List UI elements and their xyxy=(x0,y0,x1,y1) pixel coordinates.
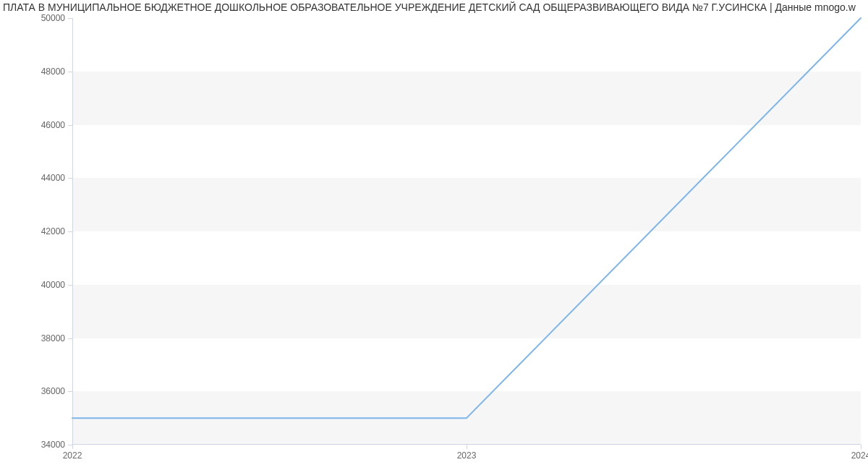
y-tick xyxy=(68,18,72,19)
plot-area: 3400036000380004000042000440004600048000… xyxy=(72,18,861,445)
x-tick xyxy=(861,445,861,449)
series-layer xyxy=(72,18,861,445)
x-tick xyxy=(72,445,73,449)
y-tick-label: 40000 xyxy=(41,280,65,290)
y-tick xyxy=(68,338,72,339)
y-tick-label: 36000 xyxy=(41,386,65,396)
x-tick-label: 2024 xyxy=(851,450,868,461)
line-chart: ПЛАТА В МУНИЦИПАЛЬНОЕ БЮДЖЕТНОЕ ДОШКОЛЬН… xyxy=(0,0,868,470)
y-tick xyxy=(68,125,72,126)
y-tick-label: 42000 xyxy=(41,226,65,236)
y-tick-label: 50000 xyxy=(41,13,65,23)
x-tick-label: 2022 xyxy=(63,450,82,461)
x-tick-label: 2023 xyxy=(457,450,477,461)
y-tick xyxy=(68,72,72,72)
y-tick-label: 34000 xyxy=(41,440,65,450)
y-tick-label: 48000 xyxy=(41,67,65,77)
y-tick-label: 44000 xyxy=(41,173,65,183)
y-tick-label: 38000 xyxy=(41,333,65,343)
y-tick-label: 46000 xyxy=(41,120,65,130)
y-tick xyxy=(68,178,72,179)
x-tick xyxy=(467,445,467,449)
y-tick xyxy=(68,231,72,232)
chart-title: ПЛАТА В МУНИЦИПАЛЬНОЕ БЮДЖЕТНОЕ ДОШКОЛЬН… xyxy=(0,1,868,13)
series-line xyxy=(72,18,861,418)
y-tick xyxy=(68,285,72,286)
y-tick xyxy=(68,391,72,392)
